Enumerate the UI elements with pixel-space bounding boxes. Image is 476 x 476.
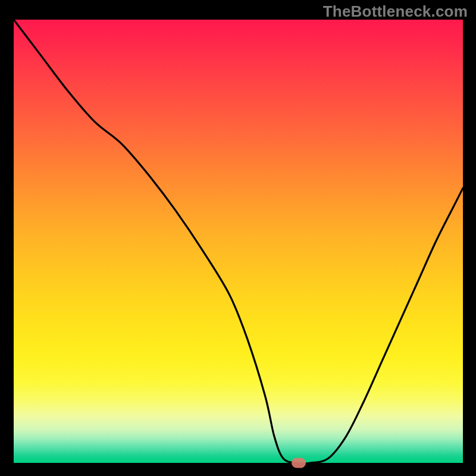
chart-frame: TheBottleneck.com xyxy=(0,0,476,476)
minimum-marker xyxy=(292,458,306,468)
watermark-text: TheBottleneck.com xyxy=(323,2,468,21)
curve-svg xyxy=(14,20,463,463)
plot-area xyxy=(14,20,463,463)
bottleneck-curve xyxy=(14,20,463,464)
